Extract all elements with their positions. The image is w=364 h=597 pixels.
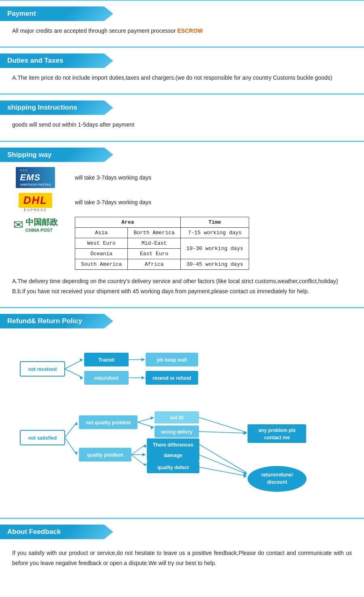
svg-text:contact  me: contact me xyxy=(264,435,290,440)
ems-logo: ≡≡≡ EMS GREITASIS PAŠTAS xyxy=(4,167,67,188)
svg-text:return/lost: return/lost xyxy=(94,375,118,381)
feedback-section: About Feedback If you satisfy with our p… xyxy=(0,518,364,581)
table-cell: Africa xyxy=(128,259,180,269)
payment-text: All major credits are accepted through s… xyxy=(12,28,176,34)
chinapost-text: 中国邮政 CHINA POST xyxy=(25,217,58,233)
feedback-header: About Feedback xyxy=(0,525,113,539)
svg-text:not  fit: not fit xyxy=(170,415,183,421)
svg-text:There  differences: There differences xyxy=(153,442,193,448)
svg-text:quality  defect: quality defect xyxy=(157,465,188,470)
dhl-row: DHL EXPRESS will take 3-7days working da… xyxy=(0,193,364,212)
shipping-instructions-section: shipping Instructions goods will send ou… xyxy=(0,94,364,140)
table-cell: West Euro xyxy=(75,238,128,248)
ems-text: will take 3-7days working days xyxy=(75,174,151,181)
table-cell: East Euro xyxy=(128,248,180,259)
svg-text:not  received: not received xyxy=(28,366,57,372)
payment-section: Payment All major credits are accepted t… xyxy=(0,0,364,47)
chinapost-table: Area Time Asia Borth America 7-15 workin… xyxy=(75,217,249,270)
duties-text: A.The item price do not include import d… xyxy=(12,73,352,83)
payment-content: All major credits are accepted through s… xyxy=(0,26,364,40)
table-row: West Euro Mid-East 10-30 working days xyxy=(75,238,249,248)
payment-header: Payment xyxy=(0,6,113,21)
table-cell: 7-15 working days xyxy=(180,227,249,238)
svg-line-36 xyxy=(199,432,247,433)
svg-marker-9 xyxy=(142,358,145,361)
table-cell: 10-30 working days xyxy=(180,238,249,259)
flow-diagram-svg: not received Transit pls keep wait retur… xyxy=(16,337,356,507)
refund-header: Refund& Return Policy xyxy=(0,314,113,328)
dhl-text: will take 3-7days working days xyxy=(75,199,151,205)
duties-content: A.The item price do not include import d… xyxy=(0,73,364,87)
svg-marker-46 xyxy=(142,453,146,456)
shipping-way-section: Shipping way ≡≡≡ EMS GREITASIS PAŠTAS wi… xyxy=(0,141,364,307)
table-cell: Asia xyxy=(75,227,128,238)
shipping-notes: A.The delivery time depending on the cou… xyxy=(0,276,364,301)
svg-marker-60 xyxy=(243,475,247,478)
svg-marker-27 xyxy=(150,417,154,420)
chinapost-cn: 中国邮政 xyxy=(25,217,58,227)
shipping-note-b: B.b.If you have not received your shipme… xyxy=(12,286,352,296)
svg-line-28 xyxy=(138,422,154,427)
svg-text:pls  keep  wait: pls keep wait xyxy=(157,357,187,363)
svg-text:not  quality  problem: not quality problem xyxy=(86,420,131,426)
duties-section: Duties and Taxes A.The item price do not… xyxy=(0,47,364,93)
table-cell: 30-45 working days xyxy=(180,259,249,269)
svg-marker-21 xyxy=(74,422,78,425)
refund-diagram: not received Transit pls keep wait retur… xyxy=(0,333,364,511)
chinapost-icon: ✉ xyxy=(13,218,23,232)
svg-text:wrong  delivry: wrong delivry xyxy=(161,429,193,435)
svg-line-34 xyxy=(199,417,247,432)
svg-marker-23 xyxy=(74,452,78,455)
svg-text:quality  prodlem: quality prodlem xyxy=(87,452,123,458)
feedback-text: If you satisfy with our product or servi… xyxy=(12,548,352,568)
svg-text:not  satisfied: not satisfied xyxy=(28,435,57,441)
shipping-instructions-content: goods will send out within 1-5days after… xyxy=(0,120,364,134)
svg-line-43 xyxy=(131,445,146,455)
dhl-logo-text: DHL xyxy=(19,193,52,208)
shipping-note-a: A.The delivery time depending on the cou… xyxy=(12,276,352,286)
svg-point-61 xyxy=(248,466,307,492)
table-cell: South America xyxy=(75,259,128,269)
svg-line-4 xyxy=(65,369,83,378)
svg-text:Transit: Transit xyxy=(98,357,114,363)
escrow-highlight: ESCROW xyxy=(178,28,203,34)
ems-row: ≡≡≡ EMS GREITASIS PAŠTAS will take 3-7da… xyxy=(0,167,364,188)
shipping-instructions-text: goods will send out within 1-5days after… xyxy=(12,120,352,130)
table-row: Asia Borth America 7-15 working days xyxy=(75,227,249,238)
svg-line-2 xyxy=(65,360,83,369)
chinapost-row: ✉ 中国邮政 CHINA POST Area Time Asia Borth A… xyxy=(0,217,364,270)
duties-header: Duties and Taxes xyxy=(0,53,113,68)
svg-text:discount: discount xyxy=(267,479,287,485)
ems-logo-text: ≡≡≡ EMS GREITASIS PAŠTAS xyxy=(16,167,55,188)
table-cell: Oceania xyxy=(75,248,128,259)
dhl-express-text: EXPRESS xyxy=(24,208,47,212)
table-area-header: Area xyxy=(75,217,181,227)
svg-line-47 xyxy=(131,455,146,466)
svg-text:resend  or  refund: resend or refund xyxy=(152,375,191,381)
table-time-header: Time xyxy=(180,217,249,227)
dhl-logo: DHL EXPRESS xyxy=(4,193,67,212)
feedback-content: If you satisfy with our product or servi… xyxy=(0,544,364,575)
chinapost-logo-inner: ✉ 中国邮政 CHINA POST xyxy=(13,217,58,233)
table-cell: Borth America xyxy=(128,227,180,238)
svg-text:any  problem  pls: any problem pls xyxy=(258,428,296,433)
chinapost-logo: ✉ 中国邮政 CHINA POST xyxy=(4,217,67,233)
table-row: South America Africa 30-45 working days xyxy=(75,259,249,269)
shipping-way-header: Shipping way xyxy=(0,148,113,162)
svg-marker-15 xyxy=(142,376,145,379)
shipping-instructions-header: shipping Instructions xyxy=(0,100,113,115)
chinapost-en: CHINA POST xyxy=(25,227,58,233)
svg-text:return/refune/: return/refune/ xyxy=(261,472,293,478)
refund-section: Refund& Return Policy not received Trans… xyxy=(0,307,364,518)
svg-line-22 xyxy=(65,438,77,455)
table-cell: Mid-East xyxy=(128,238,180,248)
svg-text:damage: damage xyxy=(164,453,182,458)
svg-line-57 xyxy=(199,455,247,474)
